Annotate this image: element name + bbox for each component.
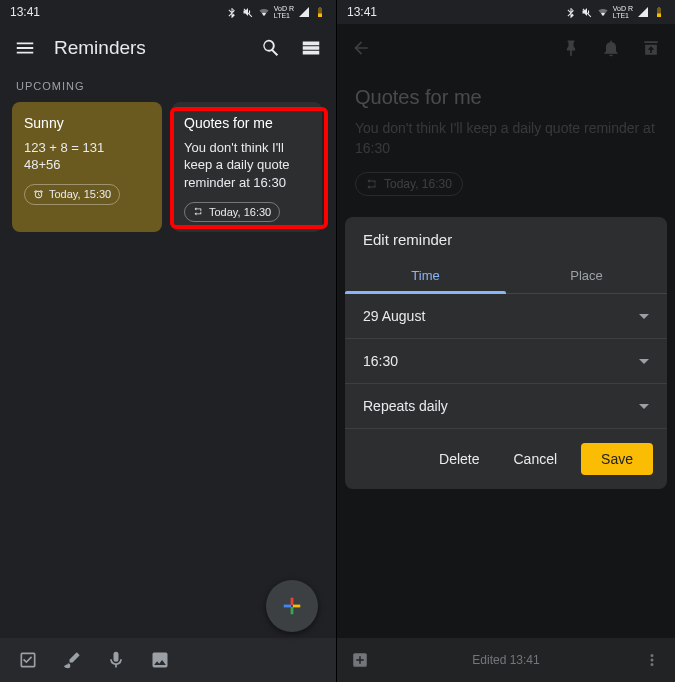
network-label: VoD R LTE1 — [274, 5, 294, 19]
brush-icon[interactable] — [62, 650, 82, 670]
search-icon[interactable] — [260, 37, 282, 59]
tab-time[interactable]: Time — [345, 258, 506, 294]
card-title: Quotes for me — [184, 114, 310, 133]
mute-icon — [581, 6, 593, 18]
status-icons: VoD R LTE1 — [565, 5, 665, 19]
chevron-down-icon — [639, 359, 649, 364]
menu-icon[interactable] — [14, 37, 36, 59]
mic-icon[interactable] — [106, 650, 126, 670]
app-bar: Reminders — [0, 24, 336, 72]
page-title: Reminders — [54, 37, 146, 59]
dialog-actions: Delete Cancel Save — [345, 429, 667, 477]
svg-rect-1 — [291, 607, 294, 614]
svg-rect-2 — [284, 605, 291, 608]
svg-rect-0 — [291, 598, 294, 605]
reminder-chip: Today, 15:30 — [24, 184, 120, 205]
chevron-down-icon — [639, 404, 649, 409]
repeat-value: Repeats daily — [363, 398, 448, 414]
time-field[interactable]: 16:30 — [345, 339, 667, 384]
reminder-chip: Today, 16:30 — [184, 202, 280, 223]
status-bar: 13:41 VoD R LTE1 — [0, 0, 336, 24]
bottom-toolbar: Edited 13:41 — [337, 638, 675, 682]
chip-text: Today, 15:30 — [49, 187, 111, 202]
date-field[interactable]: 29 August — [345, 294, 667, 339]
signal-icon — [298, 6, 310, 18]
section-upcoming: UPCOMING — [0, 72, 336, 102]
checkbox-icon[interactable] — [18, 650, 38, 670]
chip-text: Today, 16:30 — [209, 205, 271, 220]
cards-area: Sunny 123 + 8 = 131 48+56 Today, 15:30 Q… — [0, 102, 336, 232]
screen-edit-reminder: 13:41 VoD R LTE1 Quotes for me You don't… — [337, 0, 675, 682]
status-time: 13:41 — [347, 5, 377, 19]
chevron-down-icon — [639, 314, 649, 319]
edit-reminder-dialog: Edit reminder Time Place 29 August 16:30… — [345, 217, 667, 489]
reminder-card-sunny[interactable]: Sunny 123 + 8 = 131 48+56 Today, 15:30 — [12, 102, 162, 232]
card-body: 123 + 8 = 131 48+56 — [24, 139, 150, 174]
date-value: 29 August — [363, 308, 425, 324]
reminder-card-quotes[interactable]: Quotes for me You don't think I'll keep … — [172, 102, 322, 232]
signal-icon — [637, 6, 649, 18]
dialog-tabs: Time Place — [345, 258, 667, 294]
tab-place[interactable]: Place — [506, 258, 667, 294]
network-label: VoD R LTE1 — [613, 5, 633, 19]
more-icon[interactable] — [643, 651, 661, 669]
mute-icon — [242, 6, 254, 18]
add-box-icon[interactable] — [351, 651, 369, 669]
repeat-icon — [193, 206, 204, 217]
status-time: 13:41 — [10, 5, 40, 19]
edited-timestamp: Edited 13:41 — [369, 653, 643, 667]
save-button[interactable]: Save — [581, 443, 653, 475]
status-icons: VoD R LTE1 — [226, 5, 326, 19]
time-value: 16:30 — [363, 353, 398, 369]
battery-icon — [314, 6, 326, 18]
cancel-button[interactable]: Cancel — [503, 444, 567, 474]
bluetooth-icon — [565, 6, 577, 18]
card-title: Sunny — [24, 114, 150, 133]
screen-reminders-list: 13:41 VoD R LTE1 Reminders UPCOMING Sunn… — [0, 0, 337, 682]
dialog-title: Edit reminder — [345, 231, 667, 258]
wifi-icon — [597, 6, 609, 18]
new-note-fab[interactable] — [266, 580, 318, 632]
clock-icon — [33, 189, 44, 200]
status-bar: 13:41 VoD R LTE1 — [337, 0, 675, 24]
repeat-field[interactable]: Repeats daily — [345, 384, 667, 429]
bottom-toolbar — [0, 638, 336, 682]
svg-rect-3 — [293, 605, 300, 608]
image-icon[interactable] — [150, 650, 170, 670]
battery-icon — [653, 6, 665, 18]
bluetooth-icon — [226, 6, 238, 18]
card-body: You don't think I'll keep a daily quote … — [184, 139, 310, 192]
delete-button[interactable]: Delete — [429, 444, 489, 474]
plus-multicolor-icon — [281, 595, 303, 617]
wifi-icon — [258, 6, 270, 18]
view-toggle-icon[interactable] — [300, 37, 322, 59]
